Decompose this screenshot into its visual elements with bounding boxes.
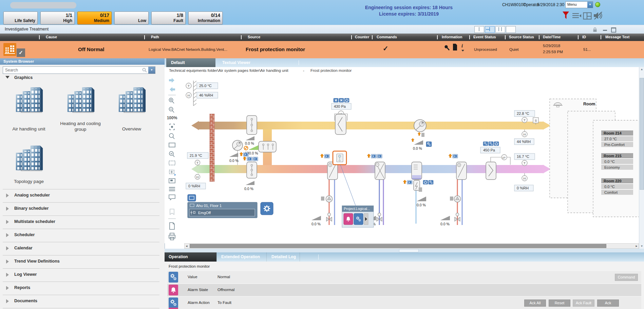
sidebar-item-trend-view-definitions[interactable]: Trend View Definitions (14, 259, 60, 264)
sidebar-item-calendar[interactable]: Calendar (14, 246, 33, 250)
chevron-right-icon[interactable] (6, 246, 9, 250)
col-source-status[interactable]: Source Status (509, 35, 534, 39)
graphic-label-ahu[interactable]: Air handling unit (3, 126, 54, 132)
outside-sensors[interactable]: T H 25.0 °C 46 %RH (186, 81, 218, 106)
chevron-right-icon[interactable] (6, 299, 9, 303)
layout-4-button[interactable] (506, 26, 516, 33)
graphic-label-heating-cooling[interactable]: Heating and cooling group (55, 121, 106, 132)
hvac-schematic[interactable]: 0.0 % 0.0 % 0.0 % 0.0 % 100.0 % (165, 75, 639, 243)
splitter-handle[interactable] (399, 249, 419, 252)
pane-layout-icon[interactable] (583, 12, 592, 20)
exhaust-damper[interactable]: 0.0 % 100.0 % (244, 116, 259, 155)
room-220-card[interactable]: Room 220 0.0 °C Comfort (601, 178, 633, 195)
chevron-down-icon[interactable]: ▼ (587, 2, 593, 8)
mute-speaker-icon[interactable] (593, 11, 603, 20)
investigate-icon[interactable] (444, 44, 450, 51)
command-button[interactable]: Command (615, 274, 638, 281)
tab-textual-viewer[interactable]: Textual Viewer (222, 58, 250, 67)
event-list-icon[interactable] (572, 13, 582, 19)
col-commands[interactable]: Commands (377, 35, 397, 39)
menu-dropdown[interactable]: Menu ▼ (565, 1, 593, 8)
info-icon[interactable]: i (461, 43, 463, 49)
sidebar-item-log-viewer[interactable]: Log Viewer (14, 272, 37, 277)
layout-1-button[interactable] (474, 26, 484, 33)
ack-all-button[interactable]: Ack All (524, 300, 546, 307)
tab-detailed-log[interactable]: Detailed Log (271, 252, 296, 262)
value-row[interactable]: Value Normal Command (167, 271, 641, 283)
recirc-damper[interactable] (259, 141, 276, 152)
room-215-card[interactable]: Room 215 0.0 °C Economy (601, 153, 633, 170)
graphic-label-topology[interactable]: Topology page (3, 179, 54, 184)
pump-icon[interactable] (326, 195, 332, 202)
reset-button[interactable]: Reset (549, 300, 570, 307)
col-path[interactable]: Path (151, 35, 159, 39)
tab-operation[interactable]: Operation (165, 252, 216, 262)
search-options-dropdown-icon[interactable]: ▼ (148, 67, 155, 74)
chevron-right-icon[interactable] (6, 273, 9, 277)
category-information-button[interactable]: 0/14 Information (188, 12, 223, 24)
room-214-card[interactable]: Room 214 27.0 °C Pre-Comfort (601, 130, 633, 147)
chevron-right-icon[interactable] (6, 286, 9, 290)
ack-fault-button[interactable]: Ack Fault (573, 300, 594, 307)
graphic-air-handling-unit-icon[interactable] (13, 85, 45, 115)
sidebar-item-binary-scheduler[interactable]: Binary scheduler (14, 206, 49, 211)
sidebar-item-multistate-scheduler[interactable]: Multistate scheduler (14, 219, 55, 224)
col-information[interactable]: Information (442, 35, 462, 39)
vertical-scrollbar-thumb[interactable] (640, 78, 644, 190)
ahu-popup[interactable]: Ahu 01, Floor 1 EmgOff (188, 194, 257, 218)
sidebar-item-documents[interactable]: Documents (14, 298, 37, 303)
supply-pressure-damper[interactable]: 450 Pa ΔP (480, 142, 510, 180)
col-datetime[interactable]: Date/Time (543, 35, 561, 39)
chevron-right-icon[interactable] (6, 220, 9, 224)
search-input[interactable] (4, 67, 138, 73)
category-high-button[interactable]: 1/1 High (40, 12, 75, 24)
category-low-button[interactable]: Low (114, 12, 149, 24)
col-id[interactable]: ID (582, 35, 586, 39)
breadcrumb-path[interactable]: Technical equipments folder\Air system p… (169, 68, 288, 73)
alarm-state-row[interactable]: Alarm State Offnormal (167, 284, 641, 296)
col-message-text[interactable]: Message Text (605, 35, 629, 39)
chevron-right-icon[interactable] (6, 233, 9, 237)
chevron-right-icon[interactable] (6, 193, 9, 198)
category-medium-button[interactable]: 0/17 Medium (77, 12, 112, 24)
graphic-heating-cooling-icon[interactable] (64, 85, 97, 115)
alarm-action-row[interactable]: Alarm Action To Fault Ack All Reset Ack … (167, 297, 641, 309)
tab-default[interactable]: Default (166, 58, 215, 67)
tab-extended-operation[interactable]: Extended Operation (221, 252, 260, 262)
search-icon[interactable] (142, 68, 147, 73)
col-event-status[interactable]: Event Status (473, 35, 496, 39)
vertical-scrollbar[interactable]: ▲ ▼ (639, 67, 644, 249)
cross-heat-exchanger[interactable] (375, 162, 385, 180)
filter-icon[interactable] (562, 11, 570, 20)
reheat-coil-wheel[interactable] (456, 162, 467, 180)
graphic-topology-icon[interactable] (13, 144, 45, 173)
sidebar-item-reports[interactable]: Reports (14, 285, 30, 290)
settings-gear-button[interactable] (261, 202, 273, 215)
graphic-link-icon[interactable] (188, 194, 196, 201)
graphics-expand-icon[interactable] (5, 76, 10, 79)
chevron-right-icon[interactable] (6, 207, 9, 211)
layout-2-button[interactable] (485, 26, 495, 33)
alarm-row[interactable]: ✓ Off Normal Logical View.BACnet Network… (0, 41, 644, 58)
col-counter[interactable]: Counter (355, 35, 369, 39)
command-check-icon[interactable]: ✓ (383, 44, 389, 53)
sidebar-item-analog-scheduler[interactable]: Analog scheduler (14, 193, 50, 198)
col-source[interactable]: Source (248, 35, 260, 39)
sidebar-item-scheduler[interactable]: Scheduler (14, 232, 35, 237)
horizontal-scrollbar[interactable]: ◄ ► (184, 243, 639, 249)
minimize-icon[interactable] (603, 30, 607, 31)
chevron-right-icon[interactable] (6, 260, 9, 264)
category-fault-button[interactable]: 1/8 Fault (151, 12, 186, 24)
ack-button[interactable]: Ack (597, 300, 619, 307)
restore-icon[interactable] (611, 27, 616, 33)
col-cause[interactable]: Cause (46, 35, 57, 39)
layout-3-button[interactable] (495, 26, 505, 33)
category-life-safety-button[interactable]: Life Safety (3, 12, 38, 24)
tree-root-graphics[interactable]: Graphics (14, 75, 33, 80)
pump-icon[interactable] (454, 195, 460, 202)
info-dropdown-icon[interactable] (461, 50, 464, 52)
alarm-popup[interactable]: Project.Logical... (342, 206, 374, 227)
graphic-label-overview[interactable]: Overview (106, 126, 157, 132)
splitter[interactable] (165, 249, 644, 252)
document-icon[interactable] (453, 44, 457, 50)
